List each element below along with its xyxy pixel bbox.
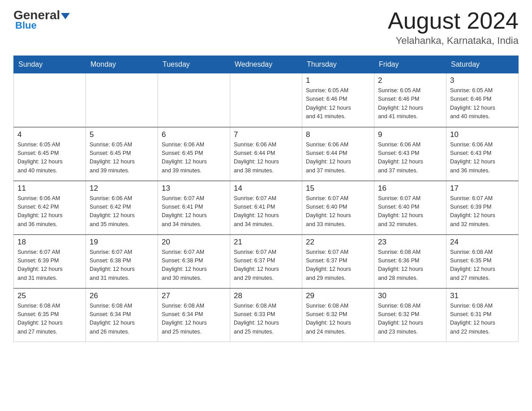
day-info: Sunrise: 6:07 AMSunset: 6:40 PMDaylight:… bbox=[306, 194, 370, 229]
calendar-cell: 14Sunrise: 6:07 AMSunset: 6:41 PMDayligh… bbox=[230, 181, 302, 235]
calendar-cell: 10Sunrise: 6:06 AMSunset: 6:43 PMDayligh… bbox=[446, 127, 519, 181]
logo: General Blue bbox=[13, 9, 70, 31]
header-day-monday: Monday bbox=[86, 56, 158, 73]
calendar-cell: 12Sunrise: 6:06 AMSunset: 6:42 PMDayligh… bbox=[86, 181, 158, 235]
day-info: Sunrise: 6:06 AMSunset: 6:42 PMDaylight:… bbox=[90, 194, 154, 229]
day-info: Sunrise: 6:06 AMSunset: 6:44 PMDaylight:… bbox=[234, 141, 298, 176]
day-number: 14 bbox=[234, 184, 298, 193]
day-number: 26 bbox=[90, 291, 154, 300]
header-day-saturday: Saturday bbox=[446, 56, 519, 73]
day-info: Sunrise: 6:08 AMSunset: 6:35 PMDaylight:… bbox=[450, 248, 515, 283]
day-info: Sunrise: 6:07 AMSunset: 6:39 PMDaylight:… bbox=[450, 194, 515, 229]
day-info: Sunrise: 6:07 AMSunset: 6:39 PMDaylight:… bbox=[17, 248, 82, 283]
header-day-friday: Friday bbox=[374, 56, 446, 73]
calendar-cell bbox=[14, 73, 86, 127]
calendar-cell: 11Sunrise: 6:06 AMSunset: 6:42 PMDayligh… bbox=[14, 181, 86, 235]
calendar-cell bbox=[158, 73, 230, 127]
day-info: Sunrise: 6:06 AMSunset: 6:43 PMDaylight:… bbox=[450, 141, 515, 176]
day-number: 18 bbox=[17, 238, 82, 247]
calendar-week-4: 18Sunrise: 6:07 AMSunset: 6:39 PMDayligh… bbox=[14, 235, 519, 288]
calendar-cell: 6Sunrise: 6:06 AMSunset: 6:45 PMDaylight… bbox=[158, 127, 230, 181]
calendar-cell bbox=[86, 73, 158, 127]
day-info: Sunrise: 6:07 AMSunset: 6:37 PMDaylight:… bbox=[306, 248, 370, 283]
calendar-cell: 25Sunrise: 6:08 AMSunset: 6:35 PMDayligh… bbox=[14, 288, 86, 342]
calendar-cell: 31Sunrise: 6:08 AMSunset: 6:31 PMDayligh… bbox=[446, 288, 519, 342]
day-info: Sunrise: 6:07 AMSunset: 6:38 PMDaylight:… bbox=[90, 248, 154, 283]
calendar-week-3: 11Sunrise: 6:06 AMSunset: 6:42 PMDayligh… bbox=[14, 181, 519, 235]
day-number: 10 bbox=[450, 130, 515, 139]
day-number: 27 bbox=[162, 291, 226, 300]
calendar-cell: 16Sunrise: 6:07 AMSunset: 6:40 PMDayligh… bbox=[374, 181, 446, 235]
day-number: 17 bbox=[450, 184, 515, 193]
calendar-cell: 19Sunrise: 6:07 AMSunset: 6:38 PMDayligh… bbox=[86, 235, 158, 288]
day-info: Sunrise: 6:05 AMSunset: 6:45 PMDaylight:… bbox=[90, 141, 154, 176]
calendar-cell: 3Sunrise: 6:05 AMSunset: 6:46 PMDaylight… bbox=[446, 73, 519, 127]
day-number: 19 bbox=[90, 238, 154, 247]
calendar-week-2: 4Sunrise: 6:05 AMSunset: 6:45 PMDaylight… bbox=[14, 127, 519, 181]
day-number: 9 bbox=[378, 130, 442, 139]
day-info: Sunrise: 6:05 AMSunset: 6:46 PMDaylight:… bbox=[306, 86, 370, 121]
calendar-cell: 1Sunrise: 6:05 AMSunset: 6:46 PMDaylight… bbox=[302, 73, 374, 127]
day-number: 7 bbox=[234, 130, 298, 139]
day-number: 1 bbox=[306, 76, 370, 85]
day-info: Sunrise: 6:08 AMSunset: 6:31 PMDaylight:… bbox=[450, 302, 515, 337]
day-number: 8 bbox=[306, 130, 370, 139]
header-day-thursday: Thursday bbox=[302, 56, 374, 73]
day-info: Sunrise: 6:08 AMSunset: 6:34 PMDaylight:… bbox=[162, 302, 226, 337]
logo-blue: Blue bbox=[15, 20, 37, 31]
day-number: 11 bbox=[17, 184, 82, 193]
day-number: 21 bbox=[234, 238, 298, 247]
day-info: Sunrise: 6:08 AMSunset: 6:34 PMDaylight:… bbox=[90, 302, 154, 337]
day-info: Sunrise: 6:07 AMSunset: 6:38 PMDaylight:… bbox=[162, 248, 226, 283]
day-info: Sunrise: 6:06 AMSunset: 6:43 PMDaylight:… bbox=[378, 141, 442, 176]
calendar-cell: 26Sunrise: 6:08 AMSunset: 6:34 PMDayligh… bbox=[86, 288, 158, 342]
day-number: 12 bbox=[90, 184, 154, 193]
day-info: Sunrise: 6:07 AMSunset: 6:37 PMDaylight:… bbox=[234, 248, 298, 283]
day-info: Sunrise: 6:07 AMSunset: 6:41 PMDaylight:… bbox=[162, 194, 226, 229]
header-day-tuesday: Tuesday bbox=[158, 56, 230, 73]
day-number: 13 bbox=[162, 184, 226, 193]
logo-triangle-icon bbox=[61, 13, 70, 19]
calendar-cell: 20Sunrise: 6:07 AMSunset: 6:38 PMDayligh… bbox=[158, 235, 230, 288]
day-number: 22 bbox=[306, 238, 370, 247]
day-info: Sunrise: 6:05 AMSunset: 6:46 PMDaylight:… bbox=[450, 86, 515, 121]
day-info: Sunrise: 6:06 AMSunset: 6:44 PMDaylight:… bbox=[306, 141, 370, 176]
day-number: 30 bbox=[378, 291, 442, 300]
calendar-cell: 17Sunrise: 6:07 AMSunset: 6:39 PMDayligh… bbox=[446, 181, 519, 235]
header-day-wednesday: Wednesday bbox=[230, 56, 302, 73]
day-number: 28 bbox=[234, 291, 298, 300]
calendar-cell: 28Sunrise: 6:08 AMSunset: 6:33 PMDayligh… bbox=[230, 288, 302, 342]
calendar-week-5: 25Sunrise: 6:08 AMSunset: 6:35 PMDayligh… bbox=[14, 288, 519, 342]
calendar-cell: 2Sunrise: 6:05 AMSunset: 6:46 PMDaylight… bbox=[374, 73, 446, 127]
calendar-cell: 5Sunrise: 6:05 AMSunset: 6:45 PMDaylight… bbox=[86, 127, 158, 181]
title-area: August 2024 Yelahanka, Karnataka, India bbox=[388, 9, 519, 47]
header: General Blue August 2024 Yelahanka, Karn… bbox=[13, 9, 519, 47]
calendar-cell: 18Sunrise: 6:07 AMSunset: 6:39 PMDayligh… bbox=[14, 235, 86, 288]
calendar-cell: 8Sunrise: 6:06 AMSunset: 6:44 PMDaylight… bbox=[302, 127, 374, 181]
calendar-cell: 9Sunrise: 6:06 AMSunset: 6:43 PMDaylight… bbox=[374, 127, 446, 181]
day-number: 29 bbox=[306, 291, 370, 300]
day-info: Sunrise: 6:05 AMSunset: 6:46 PMDaylight:… bbox=[378, 86, 442, 121]
calendar-table: SundayMondayTuesdayWednesdayThursdayFrid… bbox=[13, 56, 519, 342]
day-number: 2 bbox=[378, 76, 442, 85]
day-number: 5 bbox=[90, 130, 154, 139]
calendar-cell: 27Sunrise: 6:08 AMSunset: 6:34 PMDayligh… bbox=[158, 288, 230, 342]
day-info: Sunrise: 6:08 AMSunset: 6:35 PMDaylight:… bbox=[17, 302, 82, 337]
day-number: 6 bbox=[162, 130, 226, 139]
calendar-week-1: 1Sunrise: 6:05 AMSunset: 6:46 PMDaylight… bbox=[14, 73, 519, 127]
day-info: Sunrise: 6:07 AMSunset: 6:40 PMDaylight:… bbox=[378, 194, 442, 229]
day-number: 16 bbox=[378, 184, 442, 193]
calendar-cell: 22Sunrise: 6:07 AMSunset: 6:37 PMDayligh… bbox=[302, 235, 374, 288]
day-number: 24 bbox=[450, 238, 515, 247]
location-title: Yelahanka, Karnataka, India bbox=[388, 35, 519, 47]
day-number: 31 bbox=[450, 291, 515, 300]
day-number: 15 bbox=[306, 184, 370, 193]
header-day-sunday: Sunday bbox=[14, 56, 86, 73]
month-title: August 2024 bbox=[388, 9, 519, 32]
calendar-header-row: SundayMondayTuesdayWednesdayThursdayFrid… bbox=[14, 56, 519, 73]
day-number: 4 bbox=[17, 130, 82, 139]
day-info: Sunrise: 6:07 AMSunset: 6:41 PMDaylight:… bbox=[234, 194, 298, 229]
day-info: Sunrise: 6:08 AMSunset: 6:32 PMDaylight:… bbox=[378, 302, 442, 337]
day-info: Sunrise: 6:06 AMSunset: 6:42 PMDaylight:… bbox=[17, 194, 82, 229]
calendar-cell: 24Sunrise: 6:08 AMSunset: 6:35 PMDayligh… bbox=[446, 235, 519, 288]
